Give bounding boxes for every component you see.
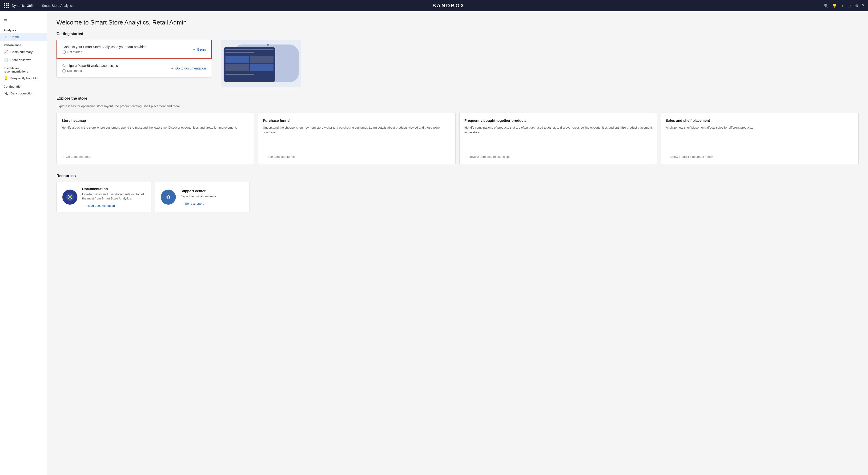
sidebar-item-frequently-bought[interactable]: 💡 Frequently bought t... [0,74,47,82]
gs-card-powerbi-left: Configure PowerBI workspace access Not s… [62,64,118,72]
store-drilldown-icon: 📊 [4,58,8,62]
page-title: Welcome to Smart Store Analytics, Retail… [57,19,859,26]
sidebar-item-store-drilldown[interactable]: 📊 Store drilldown [0,56,47,64]
tablet-illustration: ✦ [224,42,299,85]
docs-title: Documentation [82,187,145,191]
gs-card-connect-status: Not started [63,50,146,54]
gs-card-powerbi-status: Not started [62,69,118,72]
chain-summary-icon: 📈 [4,50,8,54]
docs-link[interactable]: → Read documentation [82,204,145,207]
tablet-cell-4 [250,64,274,71]
support-icon-container [161,189,176,205]
freq-link-label: Review purchase relationships [469,155,510,158]
sidebar-item-frequently-label: Frequently bought t... [10,77,40,80]
explore-title: Explore the store [57,96,859,100]
tablet-cell-2 [250,56,274,63]
heatmap-card-link[interactable]: → Go to the heatmap [61,155,249,158]
support-arrow: → [181,202,184,205]
shelf-card-title: Sales and shelf placement [666,118,854,122]
settings-icon[interactable]: ⚙ [855,3,858,8]
gs-card-powerbi-title: Configure PowerBI workspace access [62,64,118,67]
support-title: Support center [181,189,217,193]
gs-card-connect-action-label: Begin [197,48,206,51]
sidebar-item-chain-summary[interactable]: 📈 Chain summary [0,48,47,56]
tablet-line-2 [225,52,254,53]
tablet-line-3 [225,74,254,75]
data-connection-icon: 🔌 [4,91,8,95]
support-link[interactable]: → Send a report [181,202,217,205]
tablet-cell-3 [225,64,249,71]
app-grid-icon[interactable] [4,3,9,8]
hamburger-menu[interactable]: ☰ [0,15,47,26]
tablet-cell-1 [225,56,249,63]
topbar-module-name: Smart Store Analytics [42,4,73,7]
lightbulb-icon[interactable]: 💡 [832,3,837,8]
gs-card-powerbi-action-label: Go to documentation [175,66,206,70]
support-link-label: Send a report [185,202,204,205]
funnel-card-link[interactable]: → See purchase funnel [263,155,451,158]
docs-link-label: Read documentation [87,204,115,207]
svg-text:💡: 💡 [69,196,71,199]
topbar-right: 🔍 💡 ＋ ⊿ ⚙ ? [824,3,864,8]
sidebar-section-insights: Insights and recommendations [0,64,47,74]
explore-card-heatmap: Store heatmap Identify areas in the stor… [57,113,254,165]
shelf-card-link[interactable]: → Show product placement matrix [666,155,854,158]
getting-started-illustration: ✦ [221,40,301,87]
resources-title: Resources [57,174,859,178]
search-icon[interactable]: 🔍 [824,3,829,8]
getting-started-content: Connect your Smart Store Analytics to yo… [57,40,859,87]
sidebar-section-performance: Performance [0,41,47,48]
gs-card-connect: Connect your Smart Store Analytics to yo… [57,40,212,59]
svg-point-9 [167,195,169,196]
getting-started-cards: Connect your Smart Store Analytics to yo… [57,40,212,78]
getting-started-title: Getting started [57,32,859,36]
sidebar: ☰ Analytics ⌂ Home Performance 📈 Chain s… [0,11,47,475]
sidebar-item-drilldown-label: Store drilldown [10,58,31,62]
filter-icon[interactable]: ⊿ [848,3,851,8]
support-body: Support center Report technical problems… [181,189,217,205]
plus-decoration: ✦ [266,42,270,48]
explore-cards-grid: Store heatmap Identify areas in the stor… [57,113,859,165]
freq-card-title: Frequently bought together products [464,118,652,122]
heatmap-arrow: → [61,155,64,158]
status-circle-powerbi [62,69,66,72]
documentation-icon: 💡 [66,193,74,201]
freq-arrow: → [464,155,467,158]
explore-description: Explore ideas for optimizing store layou… [57,104,859,108]
explore-section: Explore the store Explore ideas for opti… [57,96,859,165]
heatmap-card-desc: Identify areas in the store where custom… [61,125,249,150]
main-content: Welcome to Smart Store Analytics, Retail… [47,11,868,475]
explore-card-frequently-bought: Frequently bought together products Iden… [459,113,657,165]
sidebar-item-home[interactable]: ⌂ Home [0,33,47,41]
explore-card-shelf: Sales and shelf placement Analyze how sh… [661,113,859,165]
heatmap-card-title: Store heatmap [61,118,249,122]
sidebar-section-configuration: Configuration [0,82,47,89]
funnel-arrow: → [263,155,266,158]
gs-card-connect-action[interactable]: → Begin [192,48,206,51]
sidebar-item-home-label: Home [10,35,19,39]
shelf-link-label: Show product placement matrix [670,155,713,158]
funnel-card-title: Purchase funnel [263,118,451,122]
topbar-app-name[interactable]: Dynamics 365 [12,4,33,7]
resource-card-docs: 💡 Documentation How-to guides and user d… [57,182,151,212]
gs-card-powerbi-action[interactable]: → Go to documentation [170,66,206,70]
docs-desc: How-to guides and user documentation to … [82,192,145,201]
sidebar-item-data-label: Data connection [10,92,33,95]
gs-card-connect-left: Connect your Smart Store Analytics to yo… [63,45,146,54]
gs-card-powerbi-status-label: Not started [67,69,82,72]
tablet-grid [225,56,274,71]
explore-card-funnel: Purchase funnel Understand the shopper's… [258,113,456,165]
freq-card-desc: Identify combinations of products that a… [464,125,652,150]
tablet-screen [224,47,275,82]
plus-icon[interactable]: ＋ [841,3,844,8]
gs-card-connect-status-label: Not started [67,50,82,54]
arrow-icon-2: → [170,66,174,70]
help-icon[interactable]: ? [862,3,864,8]
sidebar-item-chain-label: Chain summary [10,50,33,54]
sidebar-item-data-connection[interactable]: 🔌 Data connection [0,89,47,97]
frequently-bought-icon: 💡 [4,76,8,80]
freq-card-link[interactable]: → Review purchase relationships [464,155,652,158]
sidebar-section-analytics: Analytics [0,26,47,33]
docs-body: Documentation How-to guides and user doc… [82,187,145,207]
support-icon [164,193,173,201]
